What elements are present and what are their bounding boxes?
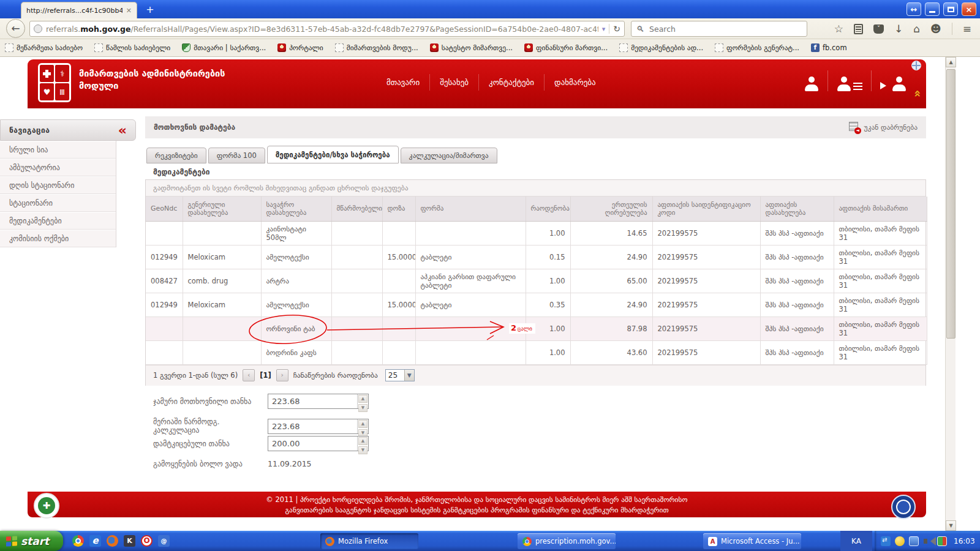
task-button[interactable]: Mozilla Firefox: [320, 533, 418, 549]
profile-button[interactable]: [796, 70, 827, 91]
language-indicator[interactable]: KA: [840, 531, 872, 551]
sidebar-item[interactable]: სრული სია: [0, 141, 116, 159]
tab-ფორმა 100[interactable]: ფორმა 100: [208, 148, 265, 163]
search-bar[interactable]: 🔍︎: [631, 21, 807, 37]
page-scrollbar[interactable]: ▲ ▼: [945, 57, 956, 531]
column-header[interactable]: აფთიაქის დასახელება: [760, 197, 834, 221]
minimize-button[interactable]: [925, 2, 940, 16]
downloads-icon[interactable]: ↓: [894, 24, 903, 34]
nav-item-მთავარი[interactable]: მთავარი: [377, 74, 429, 91]
page-size-select[interactable]: 25 ▼: [385, 369, 415, 381]
nav-item-კონტაქტები[interactable]: კონტაქტები: [478, 74, 544, 91]
restore-button[interactable]: [943, 2, 958, 16]
amount-input[interactable]: [268, 419, 357, 433]
column-header[interactable]: GeoNdc: [146, 197, 183, 221]
teamviewer-icon[interactable]: [881, 536, 891, 546]
scroll-top-chevron-icon[interactable]: «: [911, 90, 925, 96]
search-input[interactable]: [648, 24, 802, 34]
table-row[interactable]: 008427comb. drugარტრააპკიანი გარსით დაფა…: [146, 269, 927, 293]
url-dropdown-icon[interactable]: ▾: [602, 25, 606, 33]
column-header[interactable]: რაოდენობა: [526, 197, 570, 221]
firefox-icon[interactable]: [107, 535, 118, 547]
mail-icon[interactable]: @: [158, 535, 170, 547]
site-identity-icon[interactable]: [34, 24, 42, 33]
menu-icon[interactable]: ≡: [963, 24, 971, 34]
url-bar[interactable]: referrals.moh.gov.ge/ReferralsHall/Pages…: [29, 21, 625, 37]
bookmark-item[interactable]: მიმართვების მოდუ...: [335, 43, 418, 52]
chrome-icon[interactable]: [72, 535, 84, 547]
bookmark-item[interactable]: პორტალი: [277, 43, 323, 52]
tab-close-icon[interactable]: ✕: [126, 7, 132, 15]
url-text[interactable]: referrals.moh.gov.ge/ReferralsHall/Pages…: [46, 24, 598, 34]
new-tab-button[interactable]: +: [142, 4, 158, 17]
table-row[interactable]: 012949Meloxicamამელოტექსი15.00000ტაბლეტი…: [146, 293, 927, 317]
amount-input[interactable]: [268, 394, 357, 408]
sidebar-item[interactable]: ამბულატორია: [0, 159, 116, 176]
hello-icon[interactable]: ☻: [930, 24, 941, 34]
task-button[interactable]: AMicrosoft Access - Ju...: [703, 533, 801, 549]
task-button[interactable]: prescription.moh.gov...: [518, 533, 616, 549]
amount-input[interactable]: [268, 437, 357, 451]
nav-item-დახმარება[interactable]: დახმარება: [544, 74, 606, 91]
next-page-button[interactable]: ›: [276, 369, 288, 381]
network-icon[interactable]: [909, 536, 919, 546]
current-page[interactable]: [1]: [260, 371, 271, 380]
tab-მედიკამენტები/სხვა საჭიროება[interactable]: მედიკამენტები/სხვა საჭიროება: [267, 146, 399, 163]
table-row[interactable]: ორნოვინი ტაბ1.0087.98202199575შპს პსპ -ა…: [146, 317, 927, 340]
column-header[interactable]: აფთიაქის საიდენტიფიკაციო კოდი: [652, 197, 760, 221]
scroll-down-icon[interactable]: ▼: [946, 520, 956, 531]
tab-რეკვიზიტები[interactable]: რეკვიზიტები: [146, 148, 206, 163]
sidebar-collapse-icon[interactable]: «: [118, 124, 127, 137]
spin-down-icon[interactable]: ▼: [358, 446, 368, 454]
spin-up-icon[interactable]: ▲: [358, 420, 368, 428]
sidebar-item[interactable]: დღის სტაციონარი: [0, 176, 116, 194]
scroll-up-icon[interactable]: ▲: [946, 57, 956, 67]
ie-icon[interactable]: e: [89, 535, 101, 547]
spin-up-icon[interactable]: ▲: [358, 395, 368, 403]
column-header[interactable]: მწარმოებელი: [331, 197, 382, 221]
volume-icon[interactable]: [923, 536, 933, 546]
close-button[interactable]: ×: [962, 2, 976, 16]
coin-icon[interactable]: [895, 536, 905, 546]
column-header[interactable]: გენერიული დასახელება: [183, 197, 261, 221]
prev-page-button[interactable]: ‹: [243, 369, 255, 381]
column-header[interactable]: აფთიაქის მისამართი: [834, 197, 927, 221]
tab-კალკულაცია/მიმართვა[interactable]: კალკულაცია/მიმართვა: [401, 148, 497, 163]
bookmark-item[interactable]: ffb.com: [811, 43, 847, 52]
pocket-icon[interactable]: ˅: [873, 24, 884, 34]
kmp-icon[interactable]: K: [124, 535, 135, 547]
nav-item-შესახებ[interactable]: შესახებ: [429, 74, 478, 91]
opera-icon[interactable]: O: [141, 535, 153, 547]
tab-scroll-icon[interactable]: ↔: [907, 2, 921, 16]
user-list-button[interactable]: [827, 70, 871, 91]
back-return-button[interactable]: ◄ უკან დაბრუნება: [849, 122, 918, 133]
bookmark-star-icon[interactable]: ☆: [834, 24, 843, 34]
column-header[interactable]: სავაჭრო დასახელება: [261, 197, 331, 221]
spin-up-icon[interactable]: ▲: [358, 437, 368, 445]
sidebar-item[interactable]: კომისიის ოქმები: [0, 230, 116, 247]
bookmark-item[interactable]: წამლის საძიებელი: [94, 43, 170, 52]
sidebar-item[interactable]: სტაციონარი: [0, 194, 116, 212]
bookmark-item[interactable]: სატესტო მიმართვე...: [430, 43, 513, 52]
sidebar-item[interactable]: მედიკამენტები: [0, 212, 116, 230]
home-icon[interactable]: ⌂: [913, 24, 920, 34]
table-row[interactable]: 012949Meloxicamამელოტექსი15.00000ტაბლეტი…: [146, 245, 927, 269]
reload-icon[interactable]: ↻: [609, 24, 620, 34]
bookmark-item[interactable]: მეწარმეთა საძიებო: [5, 43, 83, 52]
logout-button[interactable]: [871, 70, 915, 91]
browser-tab[interactable]: http://referrals...c4f-1c90bb499b62 ✕: [21, 2, 137, 18]
column-header[interactable]: ერთეულის ღირებულება: [570, 197, 652, 221]
display-icon[interactable]: [937, 536, 947, 546]
spin-down-icon[interactable]: ▼: [358, 404, 368, 412]
start-button[interactable]: start: [0, 531, 63, 551]
back-button[interactable]: ←: [6, 19, 25, 38]
reading-list-icon[interactable]: [854, 24, 863, 34]
scrollbar-thumb[interactable]: [946, 69, 956, 339]
table-row[interactable]: ბოდრინი კაფს1.0043.60202199575შპს პსპ -ა…: [146, 340, 927, 364]
bookmark-item[interactable]: მთავარი | საქართვ...: [182, 43, 266, 52]
bookmark-item[interactable]: ფორმების გენერატ...: [715, 43, 799, 52]
bookmark-item[interactable]: ფინანსური მართვი...: [524, 43, 608, 52]
bookmark-item[interactable]: მედიკამენტების ად...: [619, 43, 703, 52]
group-by-hint[interactable]: გადმოიტანეთ ის სვეტი რომლის მიხედვითაც გ…: [146, 180, 925, 197]
globe-icon[interactable]: [911, 61, 921, 70]
